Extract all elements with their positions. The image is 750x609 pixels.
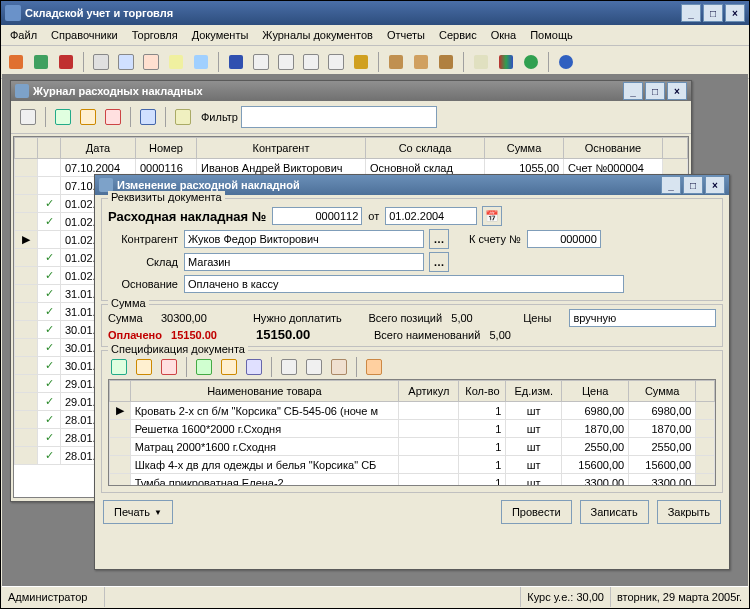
menu-windows[interactable]: Окна [484, 27, 524, 43]
minimize-button[interactable]: _ [681, 4, 701, 22]
requisites-group: Реквизиты документа Расходная накладная … [101, 198, 723, 301]
jt-edit-icon[interactable] [77, 106, 99, 128]
journal-icon [15, 84, 29, 98]
tb-cal3-icon[interactable] [140, 51, 162, 73]
tb-box3-icon[interactable] [435, 51, 457, 73]
paid-label: Оплачено [108, 329, 162, 341]
col-num[interactable]: Номер [136, 138, 197, 159]
menu-trade[interactable]: Торговля [125, 27, 185, 43]
scol-price[interactable]: Цена [562, 381, 629, 402]
tb-help-icon[interactable] [555, 51, 577, 73]
prices-input[interactable]: вручную [569, 309, 716, 327]
st-paste-icon[interactable] [303, 356, 325, 378]
tb-user-icon[interactable] [5, 51, 27, 73]
tb-book-icon[interactable] [225, 51, 247, 73]
menu-help[interactable]: Помощь [523, 27, 580, 43]
tb-house-icon[interactable] [55, 51, 77, 73]
sum-legend: Сумма [108, 297, 149, 309]
topay-value: 15150.00 [256, 327, 356, 342]
tb-report-icon[interactable] [470, 51, 492, 73]
main-titlebar: Складской учет и торговля _ □ × [1, 1, 749, 25]
st-delete-icon[interactable] [158, 356, 180, 378]
maximize-button[interactable]: □ [703, 4, 723, 22]
tb-doc-icon[interactable] [165, 51, 187, 73]
table-row[interactable]: Тумба прикроватная Елена-2 1шт 3300,0033… [110, 474, 715, 487]
filter-label: Фильтр [201, 111, 238, 123]
table-row[interactable]: Шкаф 4-х дв для одежды и белья "Корсика"… [110, 456, 715, 474]
scol-qty[interactable]: Кол-во [459, 381, 506, 402]
tb-acct2-icon[interactable] [275, 51, 297, 73]
scol-unit[interactable]: Ед.изм. [506, 381, 562, 402]
contragent-input[interactable]: Жуков Федор Викторович [184, 230, 424, 248]
topay-label: Нужно доплатить [253, 312, 342, 324]
prices-label: Цены [523, 312, 551, 324]
st-pick-icon[interactable] [363, 356, 385, 378]
scol-article[interactable]: Артикул [399, 381, 459, 402]
print-button[interactable]: Печать▼ [103, 500, 173, 524]
spec-grid[interactable]: Наименование товара Артикул Кол-во Ед.из… [108, 379, 716, 486]
tb-chart-icon[interactable] [495, 51, 517, 73]
tb-acct4-icon[interactable] [325, 51, 347, 73]
menu-reports[interactable]: Отчеты [380, 27, 432, 43]
col-sum[interactable]: Сумма [485, 138, 564, 159]
doc-close-button[interactable]: × [705, 176, 725, 194]
scol-name[interactable]: Наименование товара [130, 381, 399, 402]
tb-people-icon[interactable] [30, 51, 52, 73]
st-edit-icon[interactable] [133, 356, 155, 378]
post-button[interactable]: Провести [501, 500, 572, 524]
menu-service[interactable]: Сервис [432, 27, 484, 43]
tb-money-icon[interactable] [350, 51, 372, 73]
app-icon [5, 5, 21, 21]
st-add-icon[interactable] [108, 356, 130, 378]
menubar: Файл Справочники Торговля Документы Журн… [1, 25, 749, 46]
doc-number-input[interactable]: 0000112 [272, 207, 362, 225]
account-input[interactable]: 000000 [527, 230, 601, 248]
menu-file[interactable]: Файл [3, 27, 44, 43]
tb-globe-icon[interactable] [520, 51, 542, 73]
st-post-icon[interactable] [193, 356, 215, 378]
stock-input[interactable]: Магазин [184, 253, 424, 271]
menu-directories[interactable]: Справочники [44, 27, 125, 43]
tb-acct3-icon[interactable] [300, 51, 322, 73]
doc-max-button[interactable]: □ [683, 176, 703, 194]
close-button[interactable]: × [725, 4, 745, 22]
jt-add-icon[interactable] [52, 106, 74, 128]
contragent-lookup-button[interactable]: … [429, 229, 449, 249]
st-form-icon[interactable] [328, 356, 350, 378]
stock-lookup-button[interactable]: … [429, 252, 449, 272]
jt-find-icon[interactable] [172, 106, 194, 128]
col-stock[interactable]: Со склада [366, 138, 485, 159]
journal-close-button[interactable]: × [667, 82, 687, 100]
doc-date-input[interactable]: 01.02.2004 [385, 207, 477, 225]
tb-cal1-icon[interactable] [90, 51, 112, 73]
filter-input[interactable] [241, 106, 437, 128]
col-base[interactable]: Основание [564, 138, 663, 159]
tb-box2-icon[interactable] [410, 51, 432, 73]
col-contragent[interactable]: Контрагент [197, 138, 366, 159]
tb-cal2-icon[interactable] [115, 51, 137, 73]
doc-min-button[interactable]: _ [661, 176, 681, 194]
table-row[interactable]: Матрац 2000*1600 г.Сходня 1шт 2550,00255… [110, 438, 715, 456]
save-button[interactable]: Записать [580, 500, 649, 524]
app-title: Складской учет и торговля [25, 7, 681, 19]
close-doc-button[interactable]: Закрыть [657, 500, 721, 524]
base-input[interactable]: Оплачено в кассу [184, 275, 624, 293]
st-save-icon[interactable] [218, 356, 240, 378]
journal-min-button[interactable]: _ [623, 82, 643, 100]
st-sum-icon[interactable] [243, 356, 265, 378]
col-date[interactable]: Дата [61, 138, 136, 159]
jt-refresh-icon[interactable] [137, 106, 159, 128]
scol-sum[interactable]: Сумма [629, 381, 696, 402]
menu-journals[interactable]: Журналы документов [255, 27, 380, 43]
journal-max-button[interactable]: □ [645, 82, 665, 100]
table-row[interactable]: Решетка 1600*2000 г.Сходня 1шт 1870,0018… [110, 420, 715, 438]
jt-delete-icon[interactable] [102, 106, 124, 128]
table-row[interactable]: ▶Кровать 2-х сп б/м "Корсика" СБ-545-06 … [110, 402, 715, 420]
st-copy-icon[interactable] [278, 356, 300, 378]
tb-check-icon[interactable] [190, 51, 212, 73]
jt-view-icon[interactable] [17, 106, 39, 128]
date-picker-button[interactable]: 📅 [482, 206, 502, 226]
tb-box1-icon[interactable] [385, 51, 407, 73]
menu-documents[interactable]: Документы [185, 27, 256, 43]
tb-acct1-icon[interactable] [250, 51, 272, 73]
